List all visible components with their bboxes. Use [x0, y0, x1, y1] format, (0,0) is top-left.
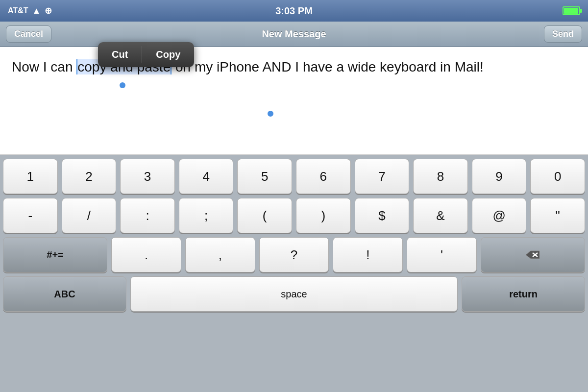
send-button[interactable]: Send	[544, 25, 582, 43]
key-1[interactable]: 1	[3, 159, 58, 194]
cancel-button[interactable]: Cancel	[6, 25, 51, 43]
key-4[interactable]: 4	[179, 159, 234, 194]
key-minus[interactable]: -	[3, 198, 58, 233]
keyboard-row-symbols: - / : ; ( ) $ & @ "	[3, 198, 585, 233]
copy-menu-item[interactable]: Copy	[142, 42, 194, 67]
key-3[interactable]: 3	[120, 159, 175, 194]
keyboard: 1 2 3 4 5 6 7 8 9 0 - / : ; ( ) $ & @ " …	[0, 155, 588, 392]
phone-screen: AT&T ▲ ⊕ 3:03 PM Cancel New Message Send…	[0, 0, 588, 392]
key-return[interactable]: return	[462, 276, 585, 312]
key-abc[interactable]: ABC	[3, 276, 126, 312]
selection-handle-top	[120, 82, 125, 88]
key-open-paren[interactable]: (	[237, 198, 292, 233]
key-dollar[interactable]: $	[355, 198, 410, 233]
key-exclamation[interactable]: !	[333, 237, 403, 272]
key-question[interactable]: ?	[259, 237, 329, 272]
text-before-selection: Now I can	[12, 59, 76, 74]
key-2[interactable]: 2	[62, 159, 117, 194]
text-area[interactable]: Now I can copy and paste on my iPhone AN…	[0, 47, 588, 155]
key-at[interactable]: @	[472, 198, 527, 233]
key-comma[interactable]: ,	[185, 237, 255, 272]
key-quote[interactable]: "	[530, 198, 585, 233]
nav-bar: Cancel New Message Send	[0, 22, 588, 47]
context-menu: Cut Copy	[98, 42, 194, 67]
status-bar: AT&T ▲ ⊕ 3:03 PM	[0, 0, 588, 22]
status-left: AT&T ▲ ⊕	[8, 5, 52, 16]
spinner-icon: ⊕	[45, 5, 52, 16]
cut-menu-item[interactable]: Cut	[98, 42, 142, 67]
nav-title: New Message	[262, 28, 326, 40]
key-semicolon[interactable]: ;	[179, 198, 234, 233]
key-special-symbols[interactable]: #+=	[3, 237, 107, 272]
key-8[interactable]: 8	[413, 159, 468, 194]
key-ampersand[interactable]: &	[413, 198, 468, 233]
text-after-selection: on my iPhone AND I have a wide keyboard …	[172, 59, 484, 74]
key-apostrophe[interactable]: '	[407, 237, 477, 272]
carrier-text: AT&T	[8, 6, 28, 15]
keyboard-row-bottom: ABC space return	[3, 276, 585, 312]
key-9[interactable]: 9	[472, 159, 527, 194]
delete-icon	[525, 249, 540, 261]
status-time: 3:03 PM	[275, 5, 313, 17]
key-6[interactable]: 6	[296, 159, 351, 194]
battery-fill	[564, 8, 578, 14]
key-0[interactable]: 0	[530, 159, 585, 194]
key-5[interactable]: 5	[237, 159, 292, 194]
key-period[interactable]: .	[111, 237, 181, 272]
keyboard-row-numbers: 1 2 3 4 5 6 7 8 9 0	[3, 159, 585, 194]
keyboard-row-punctuation: #+= . , ? ! '	[3, 237, 585, 272]
key-space[interactable]: space	[130, 276, 458, 312]
key-7[interactable]: 7	[355, 159, 410, 194]
key-colon[interactable]: :	[120, 198, 175, 233]
delete-key[interactable]	[481, 237, 585, 272]
key-close-paren[interactable]: )	[296, 198, 351, 233]
battery-icon	[563, 6, 580, 15]
wifi-icon: ▲	[32, 6, 41, 16]
text-content: Now I can copy and paste on my iPhone AN…	[12, 57, 576, 77]
status-right	[563, 6, 580, 15]
key-slash[interactable]: /	[62, 198, 117, 233]
selection-handle-bottom	[268, 111, 273, 117]
